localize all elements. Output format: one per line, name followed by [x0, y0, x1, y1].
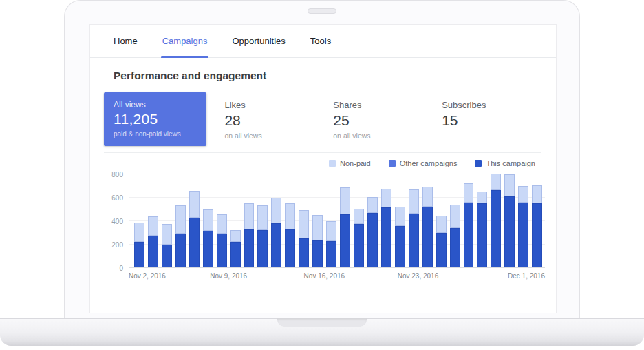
- stat-card-shares[interactable]: Shares 25 on all views: [315, 92, 424, 146]
- chart-bar-nov-14[interactable]: [299, 210, 309, 267]
- chart-bar-nov-21[interactable]: [395, 207, 405, 267]
- bar-segment-non-paid: [271, 198, 281, 223]
- bar-segment-this-campaign: [134, 242, 144, 267]
- bar-segment-non-paid: [148, 216, 158, 236]
- chart-bar-dec-1[interactable]: [532, 185, 542, 267]
- stat-label: All views: [114, 100, 197, 110]
- bar-segment-non-paid: [203, 209, 213, 231]
- webcam-icon: [308, 8, 336, 14]
- chart-bar-nov-18[interactable]: [354, 209, 364, 267]
- chart-bar-nov-3[interactable]: [148, 216, 158, 267]
- bar-segment-non-paid: [326, 221, 336, 241]
- bar-segment-this-campaign: [312, 240, 323, 267]
- bar-segment-non-paid: [312, 215, 323, 240]
- stat-label: Subscribes: [442, 100, 533, 110]
- x-tick-label: Nov 23, 2016: [398, 272, 439, 280]
- chart-bar-nov-16[interactable]: [326, 221, 336, 267]
- bar-segment-this-campaign: [148, 236, 158, 267]
- app-window: Home Campaigns Opportunities Tools Perfo…: [89, 24, 557, 313]
- chart-bar-nov-6[interactable]: [189, 191, 200, 267]
- bar-segment-this-campaign: [162, 245, 172, 267]
- chart-plot-bars: [134, 174, 542, 267]
- bar-segment-non-paid: [464, 183, 474, 202]
- stats-row: All views 11,205 paid & non-paid views L…: [104, 92, 533, 146]
- divider: [104, 152, 541, 153]
- chart-plot: [129, 174, 545, 268]
- chart-bar-nov-11[interactable]: [257, 205, 268, 267]
- chart-legend: Non-paidOther campaignsThis campaign: [90, 159, 535, 167]
- y-tick-label: 400: [111, 218, 123, 225]
- nav-item-home[interactable]: Home: [114, 25, 138, 58]
- chart-bar-nov-24[interactable]: [436, 216, 447, 267]
- chart-bar-nov-23[interactable]: [422, 187, 433, 267]
- bar-segment-non-paid: [175, 205, 186, 234]
- x-axis: Nov 2, 2016Nov 9, 2016Nov 16, 2016Nov 23…: [129, 272, 545, 281]
- legend-item-this-campaign: This campaign: [475, 159, 535, 167]
- bar-segment-non-paid: [367, 197, 378, 213]
- bar-segment-non-paid: [409, 189, 419, 214]
- chart-bar-nov-22[interactable]: [409, 189, 419, 267]
- chart-bar-nov-30[interactable]: [518, 186, 528, 267]
- chart-bar-nov-17[interactable]: [340, 187, 350, 267]
- chart-bar-nov-8[interactable]: [217, 214, 227, 267]
- chart-bar-nov-25[interactable]: [450, 205, 460, 267]
- bar-segment-this-campaign: [367, 213, 378, 267]
- stat-card-subscribes[interactable]: Subscribes 15: [424, 92, 533, 146]
- bar-segment-this-campaign: [450, 228, 460, 267]
- bar-segment-non-paid: [491, 174, 501, 190]
- bar-segment-this-campaign: [532, 203, 542, 268]
- bar-segment-this-campaign: [271, 223, 281, 267]
- bar-segment-non-paid: [422, 187, 433, 207]
- bar-segment-non-paid: [532, 185, 542, 203]
- stat-sublabel: on all views: [333, 132, 424, 140]
- bar-segment-this-campaign: [504, 196, 515, 267]
- legend-swatch-icon: [475, 160, 482, 167]
- chart-bar-nov-26[interactable]: [464, 183, 474, 267]
- y-tick-label: 0: [119, 265, 123, 272]
- bar-segment-non-paid: [285, 203, 295, 229]
- y-axis: 0200400600800: [104, 174, 129, 268]
- chart-bar-nov-13[interactable]: [285, 203, 295, 267]
- stat-card-all-views[interactable]: All views 11,205 paid & non-paid views: [104, 92, 206, 146]
- chart-bar-nov-4[interactable]: [162, 224, 172, 267]
- nav-item-campaigns[interactable]: Campaigns: [162, 25, 208, 58]
- chart-bar-nov-19[interactable]: [367, 197, 378, 267]
- bar-segment-this-campaign: [436, 233, 447, 267]
- chart-bar-nov-28[interactable]: [491, 174, 501, 267]
- legend-label: Other campaigns: [400, 159, 458, 167]
- stat-value: 15: [442, 112, 533, 129]
- chart-bar-nov-10[interactable]: [244, 203, 255, 267]
- bar-segment-non-paid: [518, 186, 528, 203]
- gridline: [129, 267, 545, 268]
- stat-label: Likes: [224, 100, 315, 110]
- chart-bar-nov-27[interactable]: [477, 192, 487, 267]
- chart-bar-nov-2[interactable]: [134, 223, 144, 267]
- x-tick-label: Nov 2, 2016: [129, 272, 166, 280]
- chart-bar-nov-29[interactable]: [504, 174, 515, 267]
- chart-bar-nov-7[interactable]: [203, 209, 213, 267]
- bar-segment-this-campaign: [299, 238, 309, 268]
- chart-bar-nov-9[interactable]: [230, 230, 241, 267]
- bar-segment-this-campaign: [477, 203, 487, 267]
- laptop-base-notch: [277, 318, 367, 327]
- bar-segment-non-paid: [299, 210, 309, 238]
- x-tick-label: Nov 16, 2016: [304, 272, 345, 280]
- bar-segment-this-campaign: [340, 214, 350, 267]
- stat-sublabel: paid & non-paid views: [114, 130, 197, 138]
- nav-item-tools[interactable]: Tools: [310, 25, 331, 58]
- legend-item-other-campaigns: Other campaigns: [389, 159, 458, 167]
- chart-bar-nov-15[interactable]: [312, 215, 323, 267]
- chart-bar-nov-5[interactable]: [175, 205, 186, 267]
- bar-segment-non-paid: [162, 224, 172, 245]
- bar-segment-this-campaign: [189, 218, 200, 267]
- stat-card-likes[interactable]: Likes 28 on all views: [206, 92, 315, 146]
- bar-segment-this-campaign: [217, 234, 227, 267]
- nav-item-opportunities[interactable]: Opportunities: [232, 25, 285, 58]
- chart-bar-nov-20[interactable]: [381, 189, 391, 267]
- views-bar-chart: 0200400600800 Nov 2, 2016Nov 9, 2016Nov …: [104, 174, 545, 281]
- chart-bar-nov-12[interactable]: [271, 198, 281, 267]
- stat-label: Shares: [333, 100, 424, 110]
- bar-segment-non-paid: [217, 214, 227, 234]
- legend-label: This campaign: [486, 159, 535, 167]
- bar-segment-this-campaign: [244, 229, 255, 267]
